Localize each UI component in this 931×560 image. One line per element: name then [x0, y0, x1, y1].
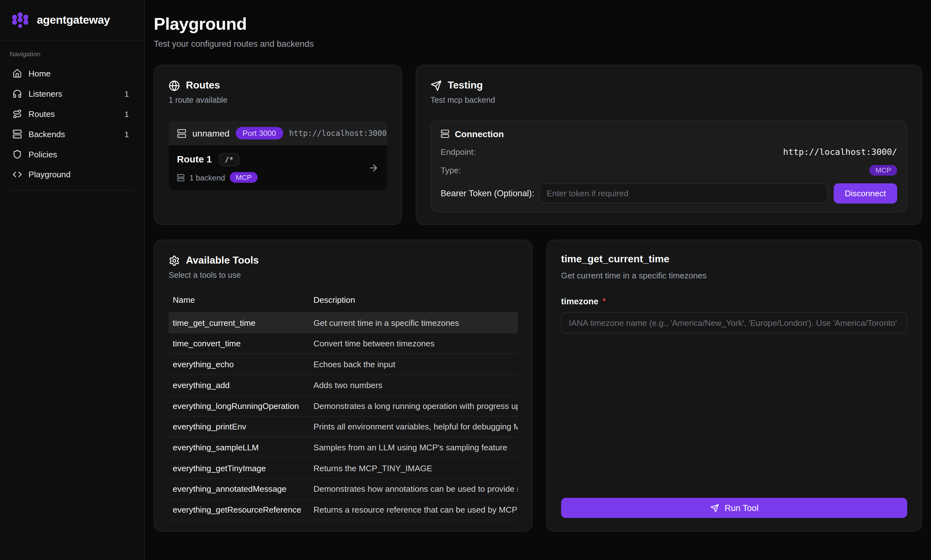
tool-description: Samples from an LLM using MCP's sampling… — [309, 443, 518, 452]
column-header-description: Description — [309, 295, 518, 312]
arrow-right-icon[interactable] — [368, 162, 379, 173]
param-label-row: timezone * — [561, 297, 907, 306]
tools-card-title: Available Tools — [186, 254, 259, 266]
testing-card-title: Testing — [448, 80, 483, 92]
routes-card-subtitle: 1 route available — [168, 95, 387, 104]
tool-description: Demonstrates a long running operation wi… — [309, 401, 518, 411]
tool-description: Returns the MCP_TINY_IMAGE — [309, 463, 518, 473]
route-protocol-badge: MCP — [230, 172, 258, 183]
app-root: agentgateway Navigation Home Listeners 1 — [0, 0, 931, 560]
sidebar-nav: Navigation Home Listeners 1 Routes — [0, 41, 144, 191]
page-scale-wrapper: agentgateway Navigation Home Listeners 1 — [0, 0, 931, 560]
top-cards-row: Routes 1 route available unnamed Port 30… — [154, 65, 922, 225]
sidebar-item-label: Routes — [28, 109, 55, 118]
sidebar-item-policies[interactable]: Policies — [8, 144, 136, 164]
tool-name: everything_getResourceReference — [168, 505, 309, 514]
table-row-tool[interactable]: everything_annotatedMessage Demonstrates… — [168, 479, 518, 500]
endpoint-value: http://localhost:3000/ — [783, 147, 897, 157]
routes-card-header: Routes — [168, 80, 387, 92]
server-icon — [12, 129, 22, 139]
code-icon — [12, 170, 22, 179]
nav-divider — [8, 190, 136, 191]
shield-icon — [12, 149, 22, 159]
testing-card-subtitle: Test mcp backend — [430, 95, 907, 104]
endpoint-label: Endpoint: — [441, 147, 476, 157]
connection-box: Connection Endpoint: http://localhost:30… — [430, 120, 907, 212]
tool-description: Adds two numbers — [309, 380, 518, 390]
table-row-tool[interactable]: everything_getTinyImage Returns the MCP_… — [168, 458, 518, 479]
sidebar: agentgateway Navigation Home Listeners 1 — [0, 0, 145, 560]
tool-description: Convert time between timezones — [309, 339, 518, 348]
tool-name: everything_sampleLLM — [168, 443, 309, 452]
type-label: Type: — [441, 166, 461, 175]
sidebar-item-label: Listeners — [28, 89, 62, 98]
listener-block: unnamed Port 3000 http://localhost:3000/… — [168, 121, 387, 191]
table-row-tool[interactable]: everything_printEnv Prints all environme… — [168, 417, 518, 437]
route-icon — [12, 109, 22, 118]
route-info: Route 1 /* 1 backend MCP — [177, 153, 258, 183]
table-row-tool[interactable]: everything_sampleLLM Samples from an LLM… — [168, 437, 518, 458]
bearer-token-label: Bearer Token (Optional): — [441, 189, 534, 198]
brand-title: agentgateway — [37, 14, 110, 26]
brand-header[interactable]: agentgateway — [0, 0, 144, 41]
connection-type-badge: MCP — [869, 165, 897, 176]
bearer-token-input-wrap — [539, 183, 828, 203]
tool-name: everything_getTinyImage — [168, 463, 309, 473]
tool-description: Echoes back the input — [309, 360, 518, 369]
main-content: Playground Test your configured routes a… — [145, 0, 931, 560]
routes-card: Routes 1 route available unnamed Port 30… — [154, 65, 402, 225]
endpoint-row: Endpoint: http://localhost:3000/ — [441, 147, 897, 157]
type-row: Type: MCP — [441, 165, 897, 176]
selected-tool-subtitle: Get current time in a specific timezones — [561, 271, 907, 280]
tool-name: everything_printEnv — [168, 422, 309, 431]
table-row-tool[interactable]: everything_longRunningOperation Demonstr… — [168, 396, 518, 417]
table-row-tool[interactable]: everything_add Adds two numbers — [168, 375, 518, 396]
sidebar-item-label: Policies — [28, 149, 57, 159]
available-tools-card: Available Tools Select a tools to use Na… — [154, 240, 533, 532]
column-header-name: Name — [168, 295, 309, 312]
tool-description: Get current time in a specific timezones — [309, 318, 518, 328]
sidebar-item-label: Playground — [28, 170, 71, 179]
tool-name: time_convert_time — [168, 339, 309, 348]
disconnect-button[interactable]: Disconnect — [834, 183, 897, 203]
selected-tool-title: time_get_current_time — [561, 254, 907, 265]
table-row-tool[interactable]: everything_echo Echoes back the input — [168, 354, 518, 375]
server-icon — [177, 128, 187, 138]
tool-name: everything_add — [168, 380, 309, 390]
testing-card: Testing Test mcp backend Connection Endp… — [416, 65, 922, 225]
table-row-tool[interactable]: time_convert_time Convert time between t… — [168, 334, 518, 354]
agentgateway-logo-icon — [9, 9, 31, 31]
table-row-tool[interactable]: time_get_current_time Get current time i… — [168, 312, 518, 334]
bottom-cards-row: Available Tools Select a tools to use Na… — [154, 240, 922, 532]
listener-header: unnamed Port 3000 http://localhost:3000/ — [168, 121, 387, 145]
route-list-item[interactable]: Route 1 /* 1 backend MCP — [168, 145, 387, 191]
sidebar-item-count: 1 — [125, 89, 132, 98]
sidebar-item-routes[interactable]: Routes 1 — [8, 104, 136, 124]
tools-card-subtitle: Select a tools to use — [168, 271, 518, 279]
sidebar-item-playground[interactable]: Playground — [8, 164, 136, 185]
bearer-token-input[interactable] — [539, 183, 828, 203]
gear-icon — [168, 255, 180, 266]
tools-card-header: Available Tools — [168, 254, 518, 266]
sidebar-item-backends[interactable]: Backends 1 — [8, 124, 136, 144]
home-icon — [12, 69, 22, 78]
tool-description: Demonstrates how annotations can be used… — [309, 484, 518, 494]
sidebar-item-label: Home — [28, 69, 51, 78]
port-badge: Port 3000 — [236, 127, 284, 139]
tool-name: everything_annotatedMessage — [168, 484, 309, 494]
route-backend-count: 1 backend — [190, 173, 225, 182]
run-tool-button[interactable]: Run Tool — [561, 498, 907, 518]
sidebar-item-listeners[interactable]: Listeners 1 — [8, 84, 136, 104]
table-row-tool[interactable]: everything_getResourceReference Returns … — [168, 500, 518, 520]
server-icon — [441, 129, 449, 138]
tool-description: Prints all environment variables, helpfu… — [309, 422, 518, 431]
timezone-input[interactable] — [561, 312, 907, 334]
server-icon — [177, 174, 185, 181]
headphones-icon — [12, 89, 22, 98]
tool-name: time_get_current_time — [168, 318, 309, 328]
sidebar-item-count: 1 — [125, 109, 132, 118]
tools-table: Name Description time_get_current_time G… — [168, 295, 518, 520]
sidebar-item-label: Backends — [28, 129, 65, 139]
route-name: Route 1 — [177, 154, 212, 165]
sidebar-item-home[interactable]: Home — [8, 63, 136, 84]
